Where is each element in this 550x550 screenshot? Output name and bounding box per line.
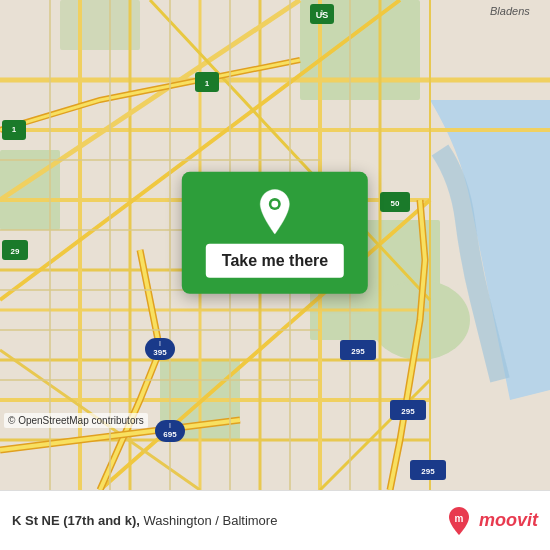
svg-text:Bladens: Bladens [490, 5, 530, 17]
svg-text:395: 395 [153, 348, 167, 357]
location-popup: Take me there [182, 172, 368, 294]
bottom-bar: K St NE (17th and k), Washington / Balti… [0, 490, 550, 550]
location-pin-icon [251, 188, 299, 236]
svg-text:29: 29 [11, 247, 20, 256]
svg-rect-5 [60, 0, 140, 50]
location-info: K St NE (17th and k), Washington / Balti… [12, 513, 433, 528]
location-name-rest: Washington / Baltimore [143, 513, 277, 528]
svg-text:I: I [159, 340, 161, 347]
svg-text:1: 1 [205, 79, 210, 88]
svg-text:295: 295 [351, 347, 365, 356]
svg-text:295: 295 [401, 407, 415, 416]
svg-text:695: 695 [163, 430, 177, 439]
svg-text:50: 50 [391, 199, 400, 208]
svg-point-64 [272, 201, 279, 208]
moovit-logo-icon: m [443, 505, 475, 537]
svg-rect-4 [0, 150, 60, 230]
svg-text:295: 295 [421, 467, 435, 476]
location-name-bold: K St NE (17th and k), [12, 513, 140, 528]
moovit-logo: m moovit [443, 505, 538, 537]
map-attribution: © OpenStreetMap contributors [4, 413, 148, 428]
svg-text:1: 1 [320, 9, 324, 16]
map-container: US 1 1 29 50 I 395 I 695 295 295 295 [0, 0, 550, 490]
take-me-there-button[interactable]: Take me there [206, 244, 344, 278]
svg-text:m: m [455, 513, 464, 524]
location-name: K St NE (17th and k), Washington / Balti… [12, 513, 433, 528]
svg-text:I: I [169, 422, 171, 429]
svg-text:1: 1 [12, 125, 17, 134]
moovit-brand-text: moovit [479, 510, 538, 531]
